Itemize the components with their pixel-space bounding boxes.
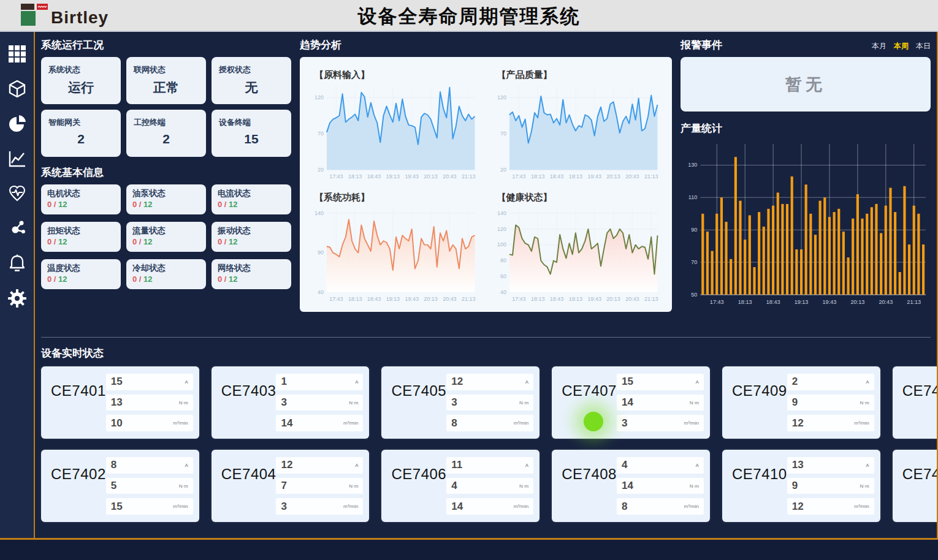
sidebar: [0, 32, 35, 538]
device-metric-row: 5N·m: [106, 478, 193, 494]
svg-text:17:43: 17:43: [329, 174, 343, 180]
alarm-empty-text: 暂无: [785, 74, 826, 96]
svg-text:40: 40: [500, 289, 506, 295]
status-card-value: 2: [48, 132, 113, 146]
trend-panel: 【原料输入】 207012017:4318:1318:4319:1319:432…: [300, 57, 672, 312]
svg-text:20:13: 20:13: [606, 297, 620, 303]
device-metrics: 4A14N·m8m³/min: [617, 457, 704, 515]
info-card: 网络状态0 / 12: [212, 259, 291, 289]
line-chart-icon[interactable]: [7, 149, 27, 168]
metric-unit: A: [355, 463, 358, 468]
device-metrics: 12A3N·m8m³/min: [446, 374, 533, 431]
info-card-label: 振动状态: [218, 225, 285, 236]
status-card-label: 智能网关: [48, 117, 113, 128]
metric-unit: m³/min: [343, 420, 358, 426]
device-card[interactable]: CE740115A13N·m10m³/min: [41, 366, 199, 439]
metric-unit: A: [525, 463, 528, 468]
svg-text:20: 20: [318, 167, 324, 173]
metric-value: 11: [451, 459, 462, 471]
svg-text:19:13: 19:13: [795, 299, 809, 305]
system-power-chart: 409014017:4318:1318:4319:1319:4320:1320:…: [308, 205, 481, 304]
footer-bar: [0, 538, 938, 560]
info-current-value: 0 /: [218, 200, 229, 209]
system-status-title: 系统运行工况: [41, 38, 291, 52]
svg-text:18:13: 18:13: [348, 174, 362, 180]
devices-title: 设备实时状态: [41, 346, 931, 360]
metric-unit: N·m: [690, 400, 699, 406]
device-metric-row: 15A: [106, 374, 193, 390]
metric-value: 5: [111, 480, 116, 492]
info-card-ratio: 0 / 12: [132, 200, 200, 209]
device-metric-row: 3N·m: [446, 395, 533, 411]
metric-value: 15: [622, 376, 633, 388]
svg-text:18:43: 18:43: [367, 174, 381, 180]
device-card[interactable]: CE740412A7N·m3m³/min: [212, 450, 370, 522]
alarm-tab-1[interactable]: 本周: [894, 41, 909, 51]
metric-value: 15: [111, 376, 123, 388]
device-name: CE7409: [732, 382, 787, 431]
svg-text:20:43: 20:43: [879, 299, 893, 305]
device-name: CE7411: [902, 382, 938, 431]
info-card: 电流状态0 / 12: [212, 184, 291, 214]
info-card: 流量状态0 / 12: [126, 222, 206, 252]
device-card[interactable]: CE740611A4N·m14m³/min: [381, 450, 540, 522]
device-metric-row: 4A: [617, 457, 704, 474]
trend-title: 趋势分析: [300, 38, 672, 52]
device-card[interactable]: CE741013A9N·m12m³/min: [722, 450, 880, 522]
svg-text:140: 140: [315, 210, 324, 216]
svg-text:120: 120: [497, 226, 506, 232]
svg-text:120: 120: [315, 94, 324, 100]
info-current-value: 0 /: [47, 200, 58, 209]
device-card[interactable]: CE74084A14N·m8m³/min: [552, 450, 710, 522]
device-name: CE7403: [221, 382, 276, 431]
metric-unit: N·m: [860, 400, 869, 406]
device-metric-row: 8m³/min: [446, 415, 533, 431]
app-header: Birtley 设备全寿命周期管理系统: [0, 0, 938, 32]
svg-text:140: 140: [497, 210, 506, 216]
device-card[interactable]: CE74031A3N·m14m³/min: [212, 366, 370, 439]
device-metric-row: 14m³/min: [276, 415, 363, 431]
product-quality-chart-title: 【产品质量】: [497, 69, 664, 81]
svg-text:21:13: 21:13: [644, 174, 658, 180]
device-card[interactable]: CE741110A15N·m11m³/min: [893, 366, 938, 439]
metric-unit: m³/min: [854, 504, 869, 509]
device-metric-row: 1A: [276, 374, 363, 390]
svg-text:18:43: 18:43: [766, 299, 780, 305]
svg-text:21:13: 21:13: [644, 297, 658, 303]
svg-text:21:13: 21:13: [462, 174, 476, 180]
info-card-label: 流量状态: [132, 225, 200, 236]
svg-text:21:13: 21:13: [462, 297, 476, 303]
metric-value: 3: [281, 396, 286, 409]
svg-text:19:13: 19:13: [386, 174, 400, 180]
info-current-value: 0 /: [218, 274, 229, 284]
info-total-value: 12: [229, 274, 237, 284]
health-pulse-icon[interactable]: [7, 184, 27, 203]
cube-3d-icon[interactable]: [7, 79, 27, 99]
devices-section: 设备实时状态 CE740115A13N·m10m³/minCE74031A3N·…: [41, 337, 931, 522]
info-card: 温度状态0 / 12: [41, 259, 121, 289]
metric-value: 1: [281, 376, 286, 388]
metric-value: 9: [792, 480, 798, 492]
molecule-network-icon[interactable]: [7, 219, 27, 238]
device-card[interactable]: CE740512A3N·m8m³/min: [381, 366, 540, 439]
info-card-label: 温度状态: [47, 263, 115, 274]
device-card[interactable]: CE74126A15N·m10m³/min: [893, 450, 938, 522]
alarm-tab-2[interactable]: 本日: [916, 41, 931, 51]
status-card-label: 系统状态: [48, 64, 113, 75]
info-card-label: 冷却状态: [132, 263, 200, 274]
device-card[interactable]: CE74028A5N·m15m³/min: [41, 450, 199, 522]
alarm-tab-0[interactable]: 本月: [872, 41, 887, 51]
status-card-label: 联网状态: [134, 64, 199, 75]
bell-alarm-icon[interactable]: [7, 254, 27, 273]
device-card[interactable]: CE740715A14N·m3m³/min: [552, 366, 710, 439]
metric-value: 7: [281, 480, 286, 492]
svg-text:18:13: 18:13: [738, 299, 752, 305]
svg-text:18:13: 18:13: [348, 297, 362, 303]
info-card-label: 扭矩状态: [47, 225, 115, 236]
device-name: CE7401: [51, 382, 106, 431]
grid-menu-icon[interactable]: [7, 44, 27, 64]
pie-chart-icon[interactable]: [7, 114, 27, 134]
device-card[interactable]: CE74092A9N·m12m³/min: [722, 366, 880, 439]
info-card-ratio: 0 / 12: [218, 274, 285, 284]
gear-settings-icon[interactable]: [7, 289, 27, 308]
